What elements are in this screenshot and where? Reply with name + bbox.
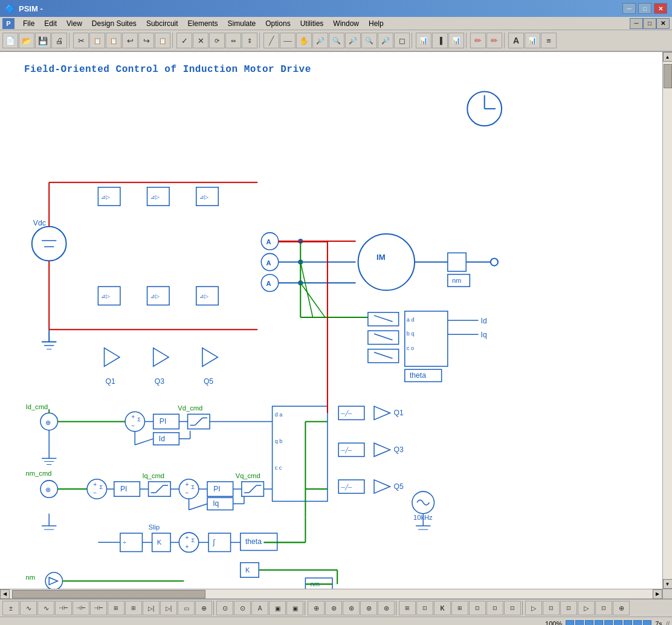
ct-block1[interactable]: ⊡ [543, 601, 560, 615]
scroll-track-h[interactable] [10, 589, 653, 598]
ct-switch[interactable]: ▭ [178, 601, 195, 615]
scroll-left-btn[interactable]: ◀ [0, 589, 10, 599]
menu-window[interactable]: Window [328, 18, 364, 29]
menu-subcircuit[interactable]: Subcircuit [141, 18, 183, 29]
scroll-track-v[interactable] [663, 62, 672, 579]
ct-dq1[interactable]: ⊞ [399, 601, 416, 615]
tb-probe1[interactable]: 📊 [416, 33, 431, 48]
menu-file[interactable]: File [18, 18, 39, 29]
ct-k1[interactable]: K [434, 601, 451, 615]
close-button[interactable]: ✕ [654, 3, 667, 14]
tb-clipboard[interactable]: 📋 [155, 33, 170, 48]
ct-diode2[interactable]: ▷| [160, 601, 177, 615]
tb-zoom-fit[interactable]: 🔍 [361, 33, 377, 48]
ct-cap[interactable]: ⊣⊢ [90, 601, 107, 615]
menu-edit[interactable]: Edit [39, 18, 62, 29]
scroll-right-btn[interactable]: ▶ [653, 589, 662, 599]
maximize-button[interactable]: □ [638, 3, 651, 14]
ct-sum[interactable]: ⊕ [308, 601, 325, 615]
scroll-down-btn[interactable]: ▼ [663, 579, 673, 589]
tb-pen2[interactable]: ✏ [486, 33, 502, 48]
tb-zoom-region[interactable]: 🔎 [312, 33, 328, 48]
tb-copy[interactable]: 📋 [89, 33, 105, 48]
ct-a-probe[interactable]: A [251, 601, 268, 615]
ct-add[interactable]: ⊕ [613, 601, 630, 615]
tb-probe3[interactable]: 📊 [448, 33, 464, 48]
menu-options[interactable]: Options [260, 18, 295, 29]
ct-v-probe[interactable]: ⊙ [216, 601, 233, 615]
menu-help[interactable]: Help [364, 18, 389, 29]
ct-ind[interactable]: ⊣⊢ [73, 601, 89, 615]
ct-int[interactable]: ⊛ [343, 601, 360, 615]
ct-block2[interactable]: ⊡ [560, 601, 577, 615]
ct-scope1[interactable]: ▣ [269, 601, 286, 615]
tb-zoom-out[interactable]: 🔎 [345, 33, 361, 48]
ct-dq5[interactable]: ⊡ [486, 601, 503, 615]
ct-diode[interactable]: ▷| [143, 601, 160, 615]
ct-i-probe[interactable]: ⊙ [234, 601, 251, 615]
menu-restore-btn[interactable]: □ [643, 18, 656, 29]
ct-block3[interactable]: ▷ [578, 601, 595, 615]
menu-close-btn[interactable]: ✕ [656, 18, 670, 29]
ct-scope2[interactable]: ▣ [286, 601, 303, 615]
ct-lim[interactable]: ⊛ [360, 601, 377, 615]
tb-rotate[interactable]: ⟳ [209, 33, 225, 48]
tb-draw-wire[interactable]: ╱ [263, 33, 279, 48]
ct-dq3[interactable]: ⊞ [451, 601, 468, 615]
tb-undo[interactable]: ↩ [122, 33, 138, 48]
ct-dq2[interactable]: ⊡ [416, 601, 433, 615]
ct-res[interactable]: ⊣⊢ [55, 601, 72, 615]
tb-paste[interactable]: 📋 [106, 33, 121, 48]
scroll-thumb-v[interactable] [664, 64, 672, 88]
tb-zoom-prev[interactable]: 🔎 [378, 33, 393, 48]
tb-save[interactable]: 💾 [35, 33, 51, 48]
tb-print[interactable]: 🖨 [51, 33, 67, 48]
menu-design-suites[interactable]: Design Suites [87, 18, 141, 29]
tb-rect[interactable]: ◻ [394, 33, 410, 48]
svg-point-82 [125, 412, 144, 431]
menu-simulate[interactable]: Simulate [223, 18, 261, 29]
tb-cut[interactable]: ✂ [73, 33, 89, 48]
tb-table[interactable]: 📊 [525, 33, 540, 48]
horizontal-scrollbar[interactable]: ◀ ▶ [0, 589, 662, 598]
scroll-up-btn[interactable]: ▲ [663, 52, 673, 62]
ct-xfmr2[interactable]: ⊞ [125, 601, 142, 615]
tb-pen1[interactable]: ✏ [470, 33, 486, 48]
ct-block4[interactable]: ⊡ [595, 601, 612, 615]
tb-flip-v[interactable]: ⇕ [242, 33, 257, 48]
ct-gain[interactable]: ⊛ [325, 601, 342, 615]
ct-pi[interactable]: ⊛ [378, 601, 395, 615]
tb-zoom-in[interactable]: 🔍 [329, 33, 344, 48]
tb-draw-line[interactable]: — [280, 33, 296, 48]
tb-list[interactable]: ≡ [541, 33, 557, 48]
tb-text[interactable]: A [508, 33, 524, 48]
canvas-area[interactable]: Field-Oriented Control of Induction Moto… [0, 52, 662, 589]
ct-sine2[interactable]: ∿ [37, 601, 54, 615]
svg-text:Q3: Q3 [394, 445, 404, 454]
scroll-thumb-h[interactable] [12, 590, 205, 598]
ct-source[interactable]: ± [2, 601, 19, 615]
minimize-button[interactable]: ─ [622, 3, 636, 14]
tb-new[interactable]: 📄 [2, 33, 18, 48]
menu-utilities[interactable]: Utilities [296, 18, 329, 29]
svg-line-139 [189, 504, 207, 510]
ct-sine[interactable]: ∿ [20, 601, 37, 615]
menu-elements[interactable]: Elements [183, 18, 223, 29]
ct-motor[interactable]: ▷ [525, 601, 542, 615]
ct-xfmr[interactable]: ⊞ [108, 601, 124, 615]
ct-junction[interactable]: ⊕ [195, 601, 212, 615]
menu-view[interactable]: View [62, 18, 87, 29]
vertical-scrollbar[interactable]: ▲ ▼ [662, 52, 672, 589]
menu-bar: P File Edit View Design Suites Subcircui… [0, 17, 672, 30]
tb-check[interactable]: ✓ [176, 33, 192, 48]
ct-dq4[interactable]: ⊡ [469, 601, 486, 615]
tb-probe2[interactable]: ▐ [432, 33, 448, 48]
svg-text:⊿▷: ⊿▷ [101, 194, 110, 200]
menu-minimize-btn[interactable]: ─ [630, 18, 643, 29]
tb-redo[interactable]: ↪ [138, 33, 154, 48]
ct-dq6[interactable]: ⊡ [504, 601, 521, 615]
tb-open[interactable]: 📂 [19, 33, 34, 48]
tb-delete[interactable]: ✕ [193, 33, 208, 48]
tb-hand[interactable]: ✋ [296, 33, 312, 48]
tb-flip-h[interactable]: ⇔ [225, 33, 241, 48]
